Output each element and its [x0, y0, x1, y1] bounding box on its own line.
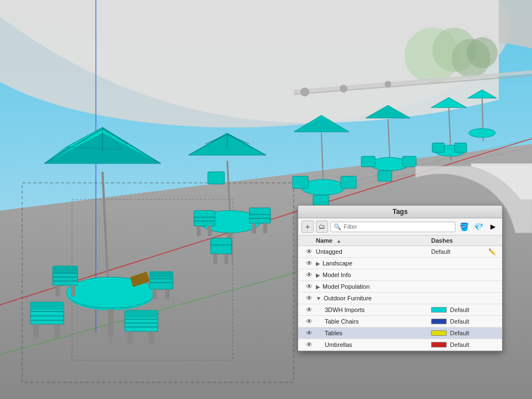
tag-row-landscape[interactable]: 👁▶Landscape [298, 258, 502, 269]
svg-rect-88 [402, 156, 416, 167]
panel-toolbar: + 🗂 🔍 🪣 💎 ▶ [298, 218, 502, 236]
svg-rect-67 [252, 223, 256, 233]
svg-rect-34 [30, 302, 64, 310]
tag-row-untagged[interactable]: 👁UntaggedDefault✏️ [298, 246, 502, 258]
color-button[interactable]: 💎 [472, 221, 484, 233]
svg-rect-73 [224, 254, 228, 264]
dash-swatch-table-chairs[interactable] [431, 319, 447, 324]
search-input[interactable] [344, 223, 452, 230]
row-name-model-population: ▶Model Population [316, 283, 431, 290]
tag-row-outdoor-furniture[interactable]: 👁▼Outdoor Furniture [298, 293, 502, 304]
svg-rect-66 [249, 208, 270, 223]
svg-rect-80 [293, 176, 308, 188]
svg-rect-79 [208, 172, 224, 184]
search-box: 🔍 [330, 222, 456, 232]
visibility-eye-tables[interactable]: 👁 [303, 329, 316, 337]
svg-rect-39 [127, 331, 133, 344]
svg-rect-62 [197, 226, 201, 236]
color-icon: 💎 [474, 222, 483, 231]
svg-rect-72 [213, 254, 217, 264]
sort-arrow-icon: ▲ [336, 238, 341, 244]
viewport: Tags + 🗂 🔍 🪣 💎 ▶ [0, 0, 532, 399]
svg-rect-93 [432, 143, 444, 152]
svg-rect-48 [150, 272, 173, 278]
row-dashes-untagged: Default [431, 248, 487, 255]
svg-rect-40 [149, 331, 154, 344]
svg-rect-41 [125, 310, 158, 318]
svg-rect-32 [33, 324, 39, 338]
tag-row-tables[interactable]: 👁TablesDefault [298, 328, 502, 339]
row-name-3dwh-imports: 3DWH Imports [316, 306, 431, 313]
visibility-eye-umbrellas[interactable]: 👁 [303, 341, 316, 349]
svg-rect-27 [53, 266, 78, 273]
row-name-tables: Tables [316, 330, 431, 336]
svg-rect-94 [454, 143, 467, 152]
svg-point-101 [467, 37, 498, 68]
tags-panel: Tags + 🗂 🔍 🪣 💎 ▶ [298, 205, 503, 351]
name-col-label: Name [316, 237, 332, 244]
tag-row-table-chairs[interactable]: 👁Table ChairsDefault [298, 316, 502, 328]
row-dashes-table-chairs: Default [431, 318, 487, 325]
row-dashes-tables: Default [431, 330, 487, 336]
paint-button[interactable]: 🪣 [458, 221, 470, 233]
search-icon: 🔍 [334, 223, 341, 231]
dash-label-untagged: Default [431, 248, 451, 255]
folder-button[interactable]: 🗂 [316, 221, 328, 233]
svg-rect-33 [54, 324, 60, 338]
svg-point-97 [469, 129, 495, 137]
visibility-eye-model-population[interactable]: 👁 [303, 283, 316, 290]
folder-icon: 🗂 [319, 223, 325, 231]
expand-icon-model-population[interactable]: ▶ [316, 284, 320, 290]
svg-rect-46 [152, 289, 157, 299]
visibility-eye-landscape[interactable]: 👁 [303, 259, 316, 267]
expand-icon-model-info[interactable]: ▶ [316, 272, 320, 278]
row-name-outdoor-furniture: ▼Outdoor Furniture [316, 295, 431, 301]
tag-row-model-population[interactable]: 👁▶Model Population [298, 281, 502, 293]
panel-titlebar: Tags [298, 206, 502, 218]
svg-rect-71 [211, 238, 232, 254]
row-edit-untagged[interactable]: ✏️ [487, 248, 498, 255]
arrow-button[interactable]: ▶ [487, 221, 499, 233]
visibility-eye-model-info[interactable]: 👁 [303, 271, 316, 279]
svg-rect-47 [165, 289, 170, 299]
dash-label-table-chairs: Default [450, 318, 469, 325]
row-name-untagged: Untagged [316, 248, 431, 255]
col-name-header[interactable]: Name ▲ [316, 237, 431, 244]
visibility-eye-table-chairs[interactable]: 👁 [303, 318, 316, 325]
svg-rect-61 [194, 211, 215, 226]
table-header: Name ▲ Dashes [298, 236, 502, 246]
col-dashes-header: Dashes [431, 237, 487, 244]
row-name-table-chairs: Table Chairs [316, 318, 431, 325]
arrow-right-icon: ▶ [490, 223, 495, 231]
visibility-eye-3dwh-imports[interactable]: 👁 [303, 306, 316, 314]
row-name-landscape: ▶Landscape [316, 260, 431, 267]
row-dashes-umbrellas: Default [431, 341, 487, 348]
dash-swatch-3dwh-imports[interactable] [431, 307, 447, 313]
dash-label-umbrellas: Default [450, 341, 469, 348]
panel-title: Tags [392, 208, 407, 216]
expand-icon-landscape[interactable]: ▶ [316, 260, 320, 267]
visibility-eye-untagged[interactable]: 👁 [303, 248, 316, 255]
tag-row-3dwh-imports[interactable]: 👁3DWH ImportsDefault [298, 304, 502, 316]
svg-rect-68 [263, 223, 267, 233]
svg-point-107 [340, 85, 347, 93]
row-dashes-3dwh-imports: Default [431, 306, 487, 313]
dash-swatch-tables[interactable] [431, 330, 447, 336]
svg-rect-87 [361, 156, 375, 167]
tag-rows-container: 👁UntaggedDefault✏️👁▶Landscape👁▶Model Inf… [298, 246, 502, 351]
dash-label-tables: Default [450, 330, 469, 336]
svg-rect-25 [55, 285, 60, 296]
tag-row-umbrellas[interactable]: 👁UmbrellasDefault [298, 339, 502, 351]
expand-icon-outdoor-furniture[interactable]: ▼ [316, 295, 321, 301]
dash-swatch-umbrellas[interactable] [431, 342, 447, 347]
svg-point-106 [300, 88, 309, 96]
svg-point-108 [385, 81, 391, 88]
svg-rect-63 [208, 226, 212, 236]
add-tag-button[interactable]: + [301, 221, 314, 233]
tag-row-model-info[interactable]: 👁▶Model Info [298, 269, 502, 281]
row-name-model-info: ▶Model Info [316, 272, 431, 278]
svg-rect-22 [108, 309, 114, 337]
paint-icon: 🪣 [459, 222, 469, 231]
row-name-umbrellas: Umbrellas [316, 341, 431, 348]
visibility-eye-outdoor-furniture[interactable]: 👁 [303, 294, 316, 302]
